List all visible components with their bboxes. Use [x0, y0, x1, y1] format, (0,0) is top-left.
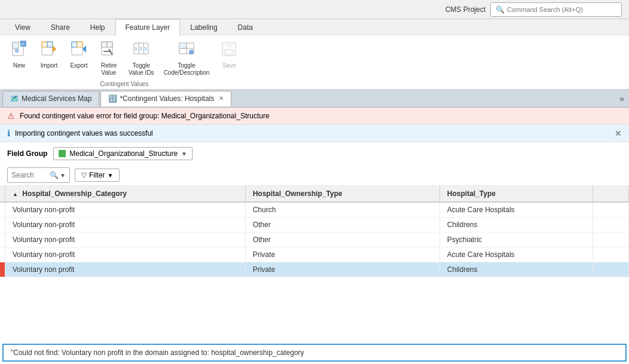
doc-tab-contingent-values[interactable]: 🔢 *Contingent Values: Hospitals ✕ — [100, 91, 231, 106]
field-group-select[interactable]: Medical_Organizational_Structure ▼ — [53, 147, 193, 160]
svg-text:⊕: ⊕ — [14, 47, 19, 54]
tab-share[interactable]: Share — [41, 19, 80, 35]
table-cell: Childrens — [439, 218, 593, 233]
table-cell: Childrens — [439, 262, 593, 277]
table-cell: Church — [245, 202, 439, 218]
table-cell: Other — [245, 218, 439, 233]
retire-value-label: RetireValue — [101, 62, 117, 77]
tab-data[interactable]: Data — [228, 19, 263, 35]
field-group-row: Field Group Medical_Organizational_Struc… — [0, 142, 629, 165]
info-alert-close[interactable]: ✕ — [615, 129, 622, 138]
table-cell — [593, 218, 629, 233]
new-icon: ⊕ + — [11, 41, 28, 61]
command-search-input[interactable] — [507, 6, 616, 13]
sort-arrow-icon: ▲ — [13, 191, 18, 197]
table-cell — [593, 202, 629, 218]
toggle-value-ids-label: ToggleValue IDs — [129, 62, 154, 77]
doc-tab-medical-services-map[interactable]: 🗺️ Medical Services Map — [2, 91, 99, 106]
ribbon-tabs: View Share Help Feature Layer Labeling D… — [0, 19, 629, 35]
table-cell — [593, 247, 629, 262]
cv-tab-label: *Contingent Values: Hospitals — [120, 94, 214, 103]
svg-point-28 — [189, 50, 194, 54]
filter-label: Filter — [89, 171, 105, 179]
svg-rect-15 — [107, 42, 112, 47]
row-indicator-cell — [0, 262, 5, 277]
table-cell: Voluntary non-profit — [5, 202, 246, 218]
tab-labeling[interactable]: Labeling — [180, 19, 227, 35]
field-group-chevron-icon: ▼ — [181, 151, 187, 157]
filter-button[interactable]: ▽ Filter ▼ — [75, 169, 120, 182]
field-group-value: Medical_Organizational_Structure — [69, 149, 178, 158]
tab-help[interactable]: Help — [80, 19, 115, 35]
th-hospital-ownership-category-label: Hospital_Ownership_Category — [22, 189, 127, 198]
new-button[interactable]: ⊕ + New — [5, 38, 33, 79]
save-button[interactable]: Save — [215, 38, 243, 79]
svg-rect-7 — [47, 42, 53, 47]
search-box[interactable]: 🔍 ▼ — [7, 167, 70, 183]
th-hospital-ownership-category[interactable]: ▲ Hospital_Ownership_Category — [5, 186, 246, 202]
new-label: New — [13, 62, 25, 69]
search-input[interactable] — [11, 171, 47, 179]
save-label: Save — [222, 62, 236, 69]
svg-text:+: + — [22, 41, 25, 47]
table-row[interactable]: Voluntary non-profitOtherPsychiatric — [0, 233, 629, 247]
top-bar: CMS Project 🔍 — [0, 0, 629, 19]
tab-feature-layer[interactable]: Feature Layer — [115, 19, 181, 35]
search-icon: 🔍 — [50, 171, 59, 179]
svg-text:3: 3 — [144, 46, 147, 51]
data-table: ▲ Hospital_Ownership_Category Hospital_O… — [0, 186, 629, 277]
cv-tab-icon: 🔢 — [108, 94, 117, 103]
map-tab-label: Medical Services Map — [22, 94, 91, 103]
table-cell: Private — [245, 262, 439, 277]
svg-rect-14 — [102, 42, 107, 47]
svg-rect-25 — [179, 43, 187, 48]
toggle-value-ids-button[interactable]: 1 2 3 ToggleValue IDs — [124, 38, 158, 79]
table-row[interactable]: Voluntary non profitPrivateChildrens — [0, 262, 629, 277]
retire-value-icon — [100, 41, 117, 61]
table-row[interactable]: Voluntary non-profitOtherChildrens — [0, 218, 629, 233]
ribbon: View Share Help Feature Layer Labeling D… — [0, 19, 629, 90]
field-group-label: Field Group — [7, 149, 47, 158]
retire-value-button[interactable]: RetireValue — [94, 38, 123, 79]
table-cell: Psychiatric — [439, 233, 593, 247]
error-alert-bar: ⚠ Found contingent value error for field… — [0, 108, 629, 125]
export-button[interactable]: Export — [65, 38, 93, 79]
table-cell: Voluntary non-profit — [5, 233, 246, 247]
cv-tab-close[interactable]: ✕ — [219, 95, 224, 102]
th-hospital-type-label: Hospital_Type — [447, 189, 496, 198]
command-search-box[interactable]: 🔍 — [490, 2, 622, 17]
th-hospital-ownership-type: Hospital_Ownership_Type — [245, 186, 439, 202]
tab-view[interactable]: View — [5, 19, 41, 35]
save-icon — [221, 41, 237, 61]
toggle-value-ids-icon: 1 2 3 — [133, 41, 149, 61]
toggle-code-description-icon — [178, 41, 195, 61]
search-dropdown-icon[interactable]: ▼ — [60, 172, 66, 179]
table-row[interactable]: Voluntary non-profitChurchAcute Care Hos… — [0, 202, 629, 218]
table-cell — [593, 233, 629, 247]
info-alert-message: Importing contingent values was successf… — [15, 129, 153, 137]
tab-expand-icon[interactable]: » — [615, 91, 629, 106]
import-icon — [41, 41, 57, 61]
svg-text:1: 1 — [135, 46, 138, 51]
table-cell: Other — [245, 233, 439, 247]
filter-dropdown-icon: ▼ — [108, 172, 114, 179]
svg-rect-11 — [77, 42, 83, 47]
table-cell: Voluntary non profit — [5, 262, 246, 277]
field-group-color-box — [59, 150, 66, 157]
main-content: ⚠ Found contingent value error for field… — [0, 108, 629, 364]
error-alert-message: Found contingent value error for field g… — [20, 112, 270, 120]
command-search-icon: 🔍 — [496, 5, 505, 14]
ribbon-group-label: Contingent Values — [5, 81, 243, 87]
toggle-code-description-button[interactable]: ToggleCode/Description — [160, 38, 214, 79]
table-row[interactable]: Voluntary non-profitPrivateAcute Care Ho… — [0, 247, 629, 262]
row-indicator-cell — [0, 218, 5, 233]
toolbar-row: 🔍 ▼ ▽ Filter ▼ — [0, 165, 629, 186]
import-button[interactable]: Import — [35, 38, 63, 79]
error-tooltip: "Could not find: Voluntary non profit in… — [2, 344, 627, 362]
error-tooltip-message: "Could not find: Voluntary non profit in… — [11, 348, 304, 357]
table-cell: Voluntary non-profit — [5, 218, 246, 233]
svg-rect-10 — [72, 42, 77, 47]
info-alert-icon: ℹ — [7, 129, 10, 138]
error-alert-icon: ⚠ — [7, 111, 15, 121]
row-indicator-cell — [0, 247, 5, 262]
